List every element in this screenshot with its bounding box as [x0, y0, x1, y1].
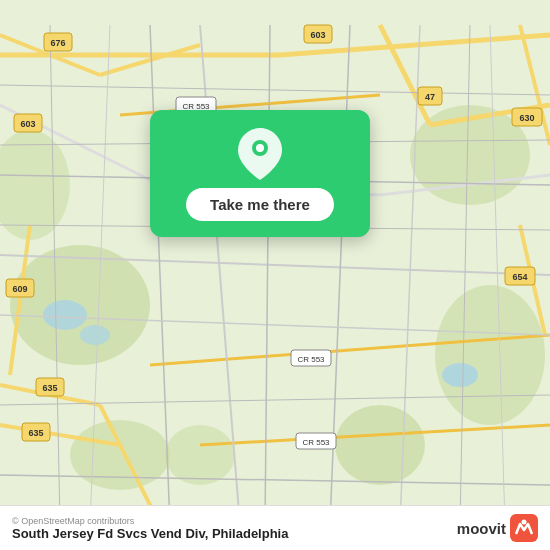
map-roads: 603 676 603 47 630 CR 553 654 609 CR 553…	[0, 0, 550, 550]
location-pin-icon	[236, 130, 284, 178]
moovit-icon	[510, 514, 538, 542]
svg-text:630: 630	[519, 113, 534, 123]
bottom-left-info: © OpenStreetMap contributors South Jerse…	[12, 516, 288, 541]
svg-point-10	[442, 363, 478, 387]
svg-point-8	[43, 300, 87, 330]
svg-text:603: 603	[20, 119, 35, 129]
svg-point-3	[435, 285, 545, 425]
moovit-brand-text: moovit	[457, 520, 506, 537]
bottom-info-bar: © OpenStreetMap contributors South Jerse…	[0, 505, 550, 550]
svg-text:47: 47	[425, 92, 435, 102]
svg-text:654: 654	[512, 272, 527, 282]
svg-text:676: 676	[50, 38, 65, 48]
svg-text:635: 635	[28, 428, 43, 438]
svg-point-9	[80, 325, 110, 345]
moovit-logo: moovit	[457, 514, 538, 542]
svg-text:609: 609	[12, 284, 27, 294]
map-container: 603 676 603 47 630 CR 553 654 609 CR 553…	[0, 0, 550, 550]
map-attribution: © OpenStreetMap contributors	[12, 516, 288, 526]
svg-point-73	[522, 520, 527, 525]
svg-point-7	[165, 425, 235, 485]
place-name: South Jersey Fd Svcs Vend Div, Philadelp…	[12, 526, 288, 541]
take-me-there-button[interactable]: Take me there	[186, 188, 334, 221]
svg-point-71	[256, 144, 264, 152]
svg-text:CR 553: CR 553	[297, 355, 325, 364]
svg-point-5	[70, 420, 170, 490]
navigation-card: Take me there	[150, 110, 370, 237]
svg-text:603: 603	[310, 30, 325, 40]
svg-text:635: 635	[42, 383, 57, 393]
svg-text:CR 553: CR 553	[302, 438, 330, 447]
svg-point-4	[335, 405, 425, 485]
